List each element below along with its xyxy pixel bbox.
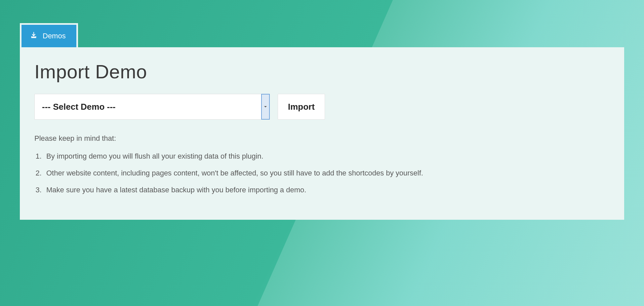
list-item: Other website content, including pages c… [44,168,610,178]
page-container: Demos Import Demo --- Select Demo --- --… [0,0,644,220]
download-icon [30,31,37,41]
import-button[interactable]: Import [278,94,325,120]
tab-label: Demos [43,32,66,40]
notes-intro: Please keep in mind that: [34,134,610,143]
notes-list: By importing demo you will flush all you… [34,151,610,195]
demo-select[interactable]: --- Select Demo --- --- Select Demo --- [34,94,270,120]
import-panel: Import Demo --- Select Demo --- --- Sele… [20,47,624,220]
page-title: Import Demo [34,60,610,83]
list-item: By importing demo you will flush all you… [44,151,610,162]
tab-bar: Demos [20,23,624,47]
svg-rect-0 [31,37,36,38]
form-row: --- Select Demo --- --- Select Demo --- … [34,94,610,120]
tab-demos[interactable]: Demos [20,23,78,47]
list-item: Make sure you have a latest database bac… [44,184,610,195]
